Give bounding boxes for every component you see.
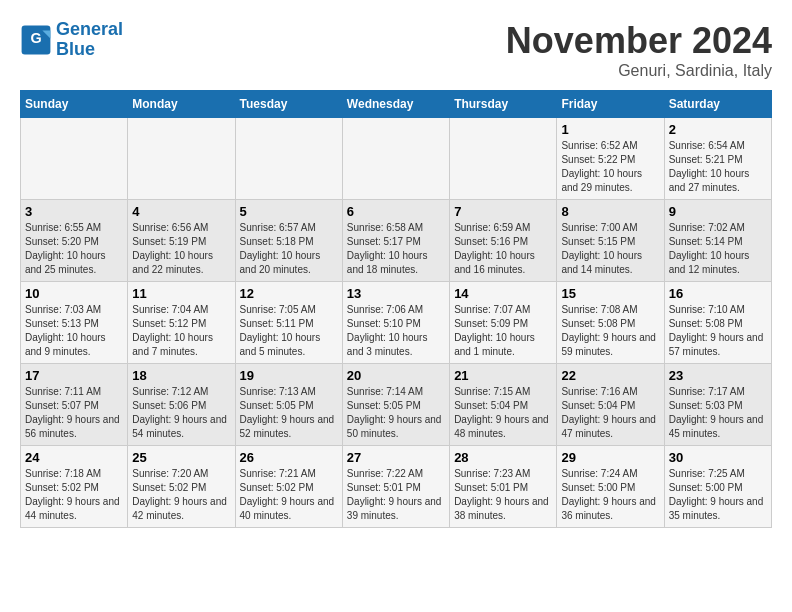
- calendar-cell: 29Sunrise: 7:24 AM Sunset: 5:00 PM Dayli…: [557, 446, 664, 528]
- day-number: 7: [454, 204, 552, 219]
- day-number: 30: [669, 450, 767, 465]
- calendar-cell: 26Sunrise: 7:21 AM Sunset: 5:02 PM Dayli…: [235, 446, 342, 528]
- day-number: 4: [132, 204, 230, 219]
- day-number: 17: [25, 368, 123, 383]
- calendar-cell: [342, 118, 449, 200]
- day-info: Sunrise: 7:24 AM Sunset: 5:00 PM Dayligh…: [561, 467, 659, 523]
- location-subtitle: Genuri, Sardinia, Italy: [506, 62, 772, 80]
- day-info: Sunrise: 6:52 AM Sunset: 5:22 PM Dayligh…: [561, 139, 659, 195]
- day-number: 18: [132, 368, 230, 383]
- calendar-cell: 27Sunrise: 7:22 AM Sunset: 5:01 PM Dayli…: [342, 446, 449, 528]
- day-number: 2: [669, 122, 767, 137]
- weekday-header: Wednesday: [342, 91, 449, 118]
- day-info: Sunrise: 7:15 AM Sunset: 5:04 PM Dayligh…: [454, 385, 552, 441]
- day-info: Sunrise: 6:59 AM Sunset: 5:16 PM Dayligh…: [454, 221, 552, 277]
- calendar-cell: 8Sunrise: 7:00 AM Sunset: 5:15 PM Daylig…: [557, 200, 664, 282]
- day-number: 20: [347, 368, 445, 383]
- calendar-table: SundayMondayTuesdayWednesdayThursdayFrid…: [20, 90, 772, 528]
- day-info: Sunrise: 7:22 AM Sunset: 5:01 PM Dayligh…: [347, 467, 445, 523]
- day-info: Sunrise: 7:13 AM Sunset: 5:05 PM Dayligh…: [240, 385, 338, 441]
- day-number: 14: [454, 286, 552, 301]
- logo: G General Blue: [20, 20, 123, 60]
- day-info: Sunrise: 7:07 AM Sunset: 5:09 PM Dayligh…: [454, 303, 552, 359]
- calendar-cell: 18Sunrise: 7:12 AM Sunset: 5:06 PM Dayli…: [128, 364, 235, 446]
- day-number: 21: [454, 368, 552, 383]
- calendar-week-row: 10Sunrise: 7:03 AM Sunset: 5:13 PM Dayli…: [21, 282, 772, 364]
- calendar-cell: 20Sunrise: 7:14 AM Sunset: 5:05 PM Dayli…: [342, 364, 449, 446]
- day-number: 29: [561, 450, 659, 465]
- day-number: 15: [561, 286, 659, 301]
- day-number: 16: [669, 286, 767, 301]
- day-number: 1: [561, 122, 659, 137]
- weekday-header-row: SundayMondayTuesdayWednesdayThursdayFrid…: [21, 91, 772, 118]
- calendar-cell: 6Sunrise: 6:58 AM Sunset: 5:17 PM Daylig…: [342, 200, 449, 282]
- svg-text:G: G: [30, 30, 41, 46]
- calendar-cell: 14Sunrise: 7:07 AM Sunset: 5:09 PM Dayli…: [450, 282, 557, 364]
- day-number: 9: [669, 204, 767, 219]
- calendar-week-row: 24Sunrise: 7:18 AM Sunset: 5:02 PM Dayli…: [21, 446, 772, 528]
- calendar-cell: [128, 118, 235, 200]
- day-info: Sunrise: 6:57 AM Sunset: 5:18 PM Dayligh…: [240, 221, 338, 277]
- day-number: 10: [25, 286, 123, 301]
- day-info: Sunrise: 7:16 AM Sunset: 5:04 PM Dayligh…: [561, 385, 659, 441]
- day-number: 27: [347, 450, 445, 465]
- day-info: Sunrise: 7:14 AM Sunset: 5:05 PM Dayligh…: [347, 385, 445, 441]
- day-info: Sunrise: 6:54 AM Sunset: 5:21 PM Dayligh…: [669, 139, 767, 195]
- day-info: Sunrise: 7:04 AM Sunset: 5:12 PM Dayligh…: [132, 303, 230, 359]
- calendar-cell: [450, 118, 557, 200]
- day-info: Sunrise: 7:03 AM Sunset: 5:13 PM Dayligh…: [25, 303, 123, 359]
- title-area: November 2024 Genuri, Sardinia, Italy: [506, 20, 772, 80]
- calendar-cell: 22Sunrise: 7:16 AM Sunset: 5:04 PM Dayli…: [557, 364, 664, 446]
- calendar-cell: 5Sunrise: 6:57 AM Sunset: 5:18 PM Daylig…: [235, 200, 342, 282]
- calendar-cell: 3Sunrise: 6:55 AM Sunset: 5:20 PM Daylig…: [21, 200, 128, 282]
- day-info: Sunrise: 6:58 AM Sunset: 5:17 PM Dayligh…: [347, 221, 445, 277]
- calendar-cell: 25Sunrise: 7:20 AM Sunset: 5:02 PM Dayli…: [128, 446, 235, 528]
- calendar-cell: 9Sunrise: 7:02 AM Sunset: 5:14 PM Daylig…: [664, 200, 771, 282]
- calendar-cell: 10Sunrise: 7:03 AM Sunset: 5:13 PM Dayli…: [21, 282, 128, 364]
- weekday-header: Sunday: [21, 91, 128, 118]
- calendar-cell: 1Sunrise: 6:52 AM Sunset: 5:22 PM Daylig…: [557, 118, 664, 200]
- day-info: Sunrise: 7:08 AM Sunset: 5:08 PM Dayligh…: [561, 303, 659, 359]
- calendar-cell: 2Sunrise: 6:54 AM Sunset: 5:21 PM Daylig…: [664, 118, 771, 200]
- day-number: 28: [454, 450, 552, 465]
- calendar-week-row: 1Sunrise: 6:52 AM Sunset: 5:22 PM Daylig…: [21, 118, 772, 200]
- calendar-cell: 21Sunrise: 7:15 AM Sunset: 5:04 PM Dayli…: [450, 364, 557, 446]
- weekday-header: Monday: [128, 91, 235, 118]
- day-number: 12: [240, 286, 338, 301]
- calendar-cell: 30Sunrise: 7:25 AM Sunset: 5:00 PM Dayli…: [664, 446, 771, 528]
- day-number: 25: [132, 450, 230, 465]
- day-info: Sunrise: 7:02 AM Sunset: 5:14 PM Dayligh…: [669, 221, 767, 277]
- calendar-cell: [235, 118, 342, 200]
- day-number: 22: [561, 368, 659, 383]
- weekday-header: Saturday: [664, 91, 771, 118]
- day-info: Sunrise: 7:25 AM Sunset: 5:00 PM Dayligh…: [669, 467, 767, 523]
- calendar-cell: 24Sunrise: 7:18 AM Sunset: 5:02 PM Dayli…: [21, 446, 128, 528]
- calendar-cell: 11Sunrise: 7:04 AM Sunset: 5:12 PM Dayli…: [128, 282, 235, 364]
- day-number: 5: [240, 204, 338, 219]
- day-info: Sunrise: 7:05 AM Sunset: 5:11 PM Dayligh…: [240, 303, 338, 359]
- day-number: 24: [25, 450, 123, 465]
- calendar-cell: 19Sunrise: 7:13 AM Sunset: 5:05 PM Dayli…: [235, 364, 342, 446]
- calendar-cell: 12Sunrise: 7:05 AM Sunset: 5:11 PM Dayli…: [235, 282, 342, 364]
- page-header: G General Blue November 2024 Genuri, Sar…: [20, 20, 772, 80]
- day-info: Sunrise: 7:06 AM Sunset: 5:10 PM Dayligh…: [347, 303, 445, 359]
- day-number: 19: [240, 368, 338, 383]
- weekday-header: Tuesday: [235, 91, 342, 118]
- day-number: 3: [25, 204, 123, 219]
- calendar-cell: [21, 118, 128, 200]
- day-number: 11: [132, 286, 230, 301]
- day-number: 26: [240, 450, 338, 465]
- day-number: 8: [561, 204, 659, 219]
- calendar-cell: 16Sunrise: 7:10 AM Sunset: 5:08 PM Dayli…: [664, 282, 771, 364]
- calendar-cell: 17Sunrise: 7:11 AM Sunset: 5:07 PM Dayli…: [21, 364, 128, 446]
- day-info: Sunrise: 6:55 AM Sunset: 5:20 PM Dayligh…: [25, 221, 123, 277]
- calendar-cell: 4Sunrise: 6:56 AM Sunset: 5:19 PM Daylig…: [128, 200, 235, 282]
- day-info: Sunrise: 7:17 AM Sunset: 5:03 PM Dayligh…: [669, 385, 767, 441]
- day-info: Sunrise: 7:20 AM Sunset: 5:02 PM Dayligh…: [132, 467, 230, 523]
- calendar-week-row: 17Sunrise: 7:11 AM Sunset: 5:07 PM Dayli…: [21, 364, 772, 446]
- day-info: Sunrise: 7:12 AM Sunset: 5:06 PM Dayligh…: [132, 385, 230, 441]
- day-info: Sunrise: 6:56 AM Sunset: 5:19 PM Dayligh…: [132, 221, 230, 277]
- month-title: November 2024: [506, 20, 772, 62]
- day-info: Sunrise: 7:10 AM Sunset: 5:08 PM Dayligh…: [669, 303, 767, 359]
- calendar-week-row: 3Sunrise: 6:55 AM Sunset: 5:20 PM Daylig…: [21, 200, 772, 282]
